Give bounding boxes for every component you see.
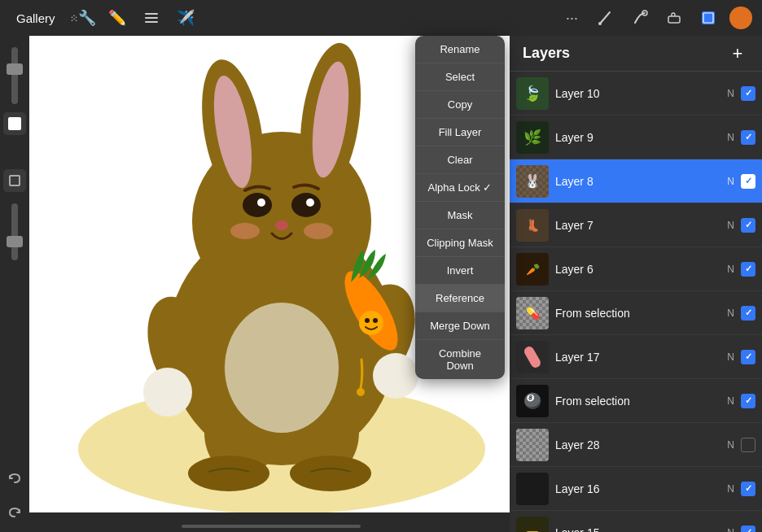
layer-mode: N	[727, 483, 734, 495]
layer-thumbnail	[516, 517, 549, 533]
canvas-scrollbar[interactable]	[29, 524, 513, 529]
scrollbar-track	[182, 525, 361, 528]
layer-thumbnail: 🌿	[516, 121, 549, 154]
menu-combine-down[interactable]: Combine Down	[415, 340, 505, 379]
layer-name: Layer 16	[555, 482, 727, 495]
table-row[interactable]: Layer 28 N	[510, 423, 762, 467]
redo-btn[interactable]	[2, 499, 28, 525]
table-row[interactable]: Layer 16 N	[510, 467, 762, 511]
svg-point-18	[230, 223, 260, 239]
menu-rename[interactable]: Rename	[415, 36, 505, 63]
layer-visibility-checkbox[interactable]	[741, 306, 755, 321]
layer-name: Layer 10	[555, 87, 727, 100]
layer-name: Layer 7	[555, 219, 727, 232]
table-row[interactable]: 👢 Layer 7 N	[510, 203, 762, 247]
layer-name: Layer 6	[555, 263, 727, 276]
brush-tool-icon[interactable]	[593, 5, 619, 31]
layer-name: Layer 28	[555, 438, 727, 451]
opacity-slider[interactable]	[11, 203, 18, 260]
layer-mode: N	[727, 395, 734, 407]
layers-list: 🍃 Layer 10 N 🌿 Layer 9 N 🐰 Layer 8 N	[510, 72, 762, 532]
table-row[interactable]: Layer 17 N	[510, 335, 762, 379]
table-row[interactable]: 🌿 Layer 9 N	[510, 116, 762, 159]
layer-visibility-checkbox[interactable]	[741, 86, 755, 101]
layer-thumbnail: 💊	[516, 297, 549, 329]
edit-icon[interactable]: ✏️	[104, 5, 130, 31]
layer-visibility-checkbox[interactable]	[741, 525, 755, 533]
add-layer-button[interactable]: +	[726, 42, 749, 65]
layer-thumbnail	[516, 429, 549, 461]
top-bar-left: Gallery 🔧 ✏️ ✈️	[10, 5, 199, 31]
brush-size-slider[interactable]	[11, 47, 18, 104]
top-bar-right: ···	[559, 5, 752, 31]
layer-visibility-checkbox[interactable]	[741, 438, 755, 452]
layer-visibility-checkbox[interactable]	[741, 218, 755, 233]
table-row[interactable]: 🎱 From selection N	[510, 379, 762, 423]
undo-btn[interactable]	[2, 465, 28, 491]
svg-point-15	[257, 198, 265, 207]
menu-mask[interactable]: Mask	[415, 202, 505, 229]
smudge-tool-icon[interactable]	[627, 5, 653, 31]
layer-mode: N	[727, 307, 734, 319]
layer-thumbnail	[516, 473, 549, 505]
layer-mode: N	[727, 220, 734, 231]
stream-icon[interactable]	[138, 5, 164, 31]
svg-point-28	[357, 388, 365, 396]
eraser-tool-icon[interactable]	[661, 5, 687, 31]
avatar[interactable]	[729, 7, 752, 29]
layers-tool-icon[interactable]	[695, 5, 721, 31]
layer-thumbnail: 🍃	[516, 77, 549, 110]
svg-point-31	[188, 456, 269, 491]
layer-thumbnail: 👢	[516, 209, 549, 242]
layer-mode: N	[727, 132, 734, 143]
menu-select[interactable]: Select	[415, 63, 505, 91]
svg-point-0	[598, 22, 602, 25]
layer-visibility-checkbox[interactable]	[741, 174, 755, 189]
menu-alpha-lock[interactable]: Alpha Lock ✓	[415, 174, 505, 202]
layer-visibility-checkbox[interactable]	[741, 350, 755, 364]
layer-visibility-checkbox[interactable]	[741, 482, 755, 496]
table-row[interactable]: 🥕 Layer 6 N	[510, 247, 762, 291]
table-row[interactable]: 🐰 Layer 8 N	[510, 159, 762, 203]
svg-point-26	[365, 318, 370, 323]
menu-fill-layer[interactable]: Fill Layer	[415, 119, 505, 146]
color-picker-btn[interactable]	[3, 112, 26, 135]
layer-visibility-checkbox[interactable]	[741, 130, 755, 145]
layer-thumbnail: 🥕	[516, 253, 549, 286]
context-menu: Rename Select Copy Fill Layer Clear Alph…	[415, 36, 505, 379]
menu-reference[interactable]: Reference	[415, 285, 505, 312]
menu-clipping-mask[interactable]: Clipping Mask	[415, 229, 505, 257]
svg-point-23	[373, 353, 418, 399]
menu-merge-down[interactable]: Merge Down	[415, 312, 505, 340]
svg-point-32	[290, 456, 371, 491]
share-icon[interactable]: ✈️	[173, 5, 199, 31]
svg-point-25	[359, 311, 383, 335]
layer-name: From selection	[555, 395, 727, 408]
layer-mode: N	[727, 351, 734, 363]
layer-name: Layer 9	[555, 131, 727, 144]
gallery-button[interactable]: Gallery	[10, 8, 62, 28]
table-row[interactable]: 🍃 Layer 10 N	[510, 72, 762, 116]
layer-mode: N	[727, 264, 734, 275]
menu-copy[interactable]: Copy	[415, 91, 505, 119]
layer-visibility-checkbox[interactable]	[741, 262, 755, 277]
layer-mode: N	[727, 439, 734, 451]
layer-thumbnail: 🎱	[516, 385, 549, 417]
svg-point-33	[225, 303, 339, 433]
svg-point-17	[275, 220, 288, 230]
layer-name: Layer 8	[555, 175, 727, 188]
svg-point-13	[243, 193, 272, 217]
top-bar: Gallery 🔧 ✏️ ✈️ ···	[0, 0, 762, 36]
menu-invert[interactable]: Invert	[415, 257, 505, 285]
settings-icon[interactable]: 🔧	[70, 5, 96, 31]
layer-visibility-checkbox[interactable]	[741, 394, 755, 408]
square-tool-btn[interactable]	[3, 169, 26, 192]
layers-title: Layers	[523, 45, 570, 62]
table-row[interactable]: 💊 From selection N	[510, 291, 762, 335]
layer-name: Layer 17	[555, 351, 727, 364]
menu-clear[interactable]: Clear	[415, 146, 505, 174]
layer-mode: N	[727, 527, 734, 533]
more-options-button[interactable]: ···	[559, 7, 585, 30]
layer-mode: N	[727, 88, 734, 99]
table-row[interactable]: Layer 15 N	[510, 511, 762, 532]
